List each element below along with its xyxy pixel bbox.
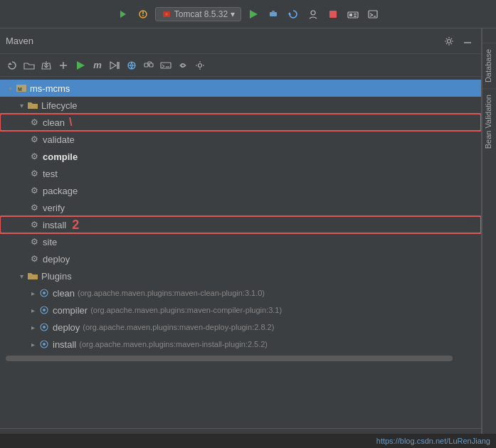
lifecycle-validate[interactable]: ⚙ validate bbox=[0, 131, 481, 148]
svg-rect-32 bbox=[144, 63, 148, 67]
lifecycle-label: Lifecycle bbox=[41, 100, 78, 111]
settings-icon[interactable] bbox=[441, 33, 457, 49]
tomcat-label: Tomcat 8.5.32 bbox=[174, 9, 228, 19]
svg-rect-14 bbox=[354, 14, 357, 15]
svg-line-18 bbox=[370, 15, 373, 16]
test-gear-icon: ⚙ bbox=[28, 168, 40, 179]
plugin-deploy[interactable]: deploy (org.apache.maven.plugins:maven-d… bbox=[0, 319, 481, 336]
compiler-plugin-icon bbox=[38, 304, 50, 316]
execute-btn[interactable] bbox=[158, 58, 174, 73]
install-annotation: 2 bbox=[72, 218, 79, 233]
lifecycle-clean[interactable]: ⚙ clean \ bbox=[0, 114, 481, 131]
settings-btn[interactable] bbox=[192, 58, 208, 73]
deploy-plugin-detail: (org.apache.maven.plugins:maven-deploy-p… bbox=[83, 323, 274, 331]
install-gear-icon: ⚙ bbox=[28, 219, 40, 230]
deploy-plugin-icon bbox=[38, 321, 50, 333]
project-arrow bbox=[6, 84, 14, 92]
offline-btn[interactable] bbox=[124, 58, 139, 73]
svg-point-10 bbox=[311, 11, 315, 15]
maven-title: Maven bbox=[6, 36, 33, 46]
svg-marker-0 bbox=[120, 11, 126, 18]
svg-rect-16 bbox=[369, 11, 377, 18]
lifecycle-deploy[interactable]: ⚙ deploy bbox=[0, 250, 481, 267]
watermark-bar: https://blog.csdn.net/LuRenJiang bbox=[0, 434, 496, 448]
lifecycle-item[interactable]: Lifecycle bbox=[0, 97, 481, 114]
open-btn[interactable] bbox=[21, 58, 37, 73]
verify-label: verify bbox=[43, 203, 65, 213]
svg-marker-6 bbox=[250, 10, 258, 18]
lifecycle-compile[interactable]: ⚙ compile bbox=[0, 148, 481, 165]
lifecycle-arrow bbox=[17, 101, 26, 110]
bug-icon[interactable] bbox=[135, 6, 151, 22]
svg-rect-8 bbox=[272, 11, 275, 13]
clean-gear-icon: ⚙ bbox=[28, 117, 40, 128]
test-label: test bbox=[43, 169, 58, 179]
tab-bean-validation[interactable]: Bean Validation bbox=[482, 88, 496, 154]
compiler-plugin-label: compiler bbox=[53, 305, 88, 316]
lifecycle-package[interactable]: ⚙ package bbox=[0, 182, 481, 199]
plugins-arrow bbox=[17, 272, 26, 280]
lifecycle-install[interactable]: ⚙ install 2 bbox=[0, 216, 481, 233]
compiler-plugin-detail: (org.apache.maven.plugins:maven-compiler… bbox=[90, 306, 282, 314]
watermark-link: https://blog.csdn.net/LuRenJiang bbox=[376, 437, 490, 445]
tomcat-dropdown[interactable]: Tomcat 8.5.32 ▾ bbox=[155, 7, 241, 21]
lifecycle-site[interactable]: ⚙ site bbox=[0, 233, 481, 250]
top-bar-center: Tomcat 8.5.32 ▾ bbox=[115, 6, 381, 22]
arrow-icon[interactable] bbox=[115, 6, 131, 22]
svg-marker-22 bbox=[8, 63, 12, 65]
update-deps-btn[interactable] bbox=[141, 58, 157, 73]
download-btn[interactable] bbox=[38, 58, 54, 73]
generate-btn[interactable] bbox=[175, 58, 191, 73]
install-plugin-arrow bbox=[28, 340, 37, 348]
update-icon[interactable] bbox=[285, 6, 301, 22]
plugin-install[interactable]: install (org.apache.maven.plugins:maven-… bbox=[0, 336, 481, 353]
compile-label: compile bbox=[43, 151, 78, 162]
install-label: install bbox=[43, 220, 66, 230]
install-plugin-detail: (org.apache.maven.plugins:maven-install-… bbox=[79, 340, 268, 348]
plugin-clean[interactable]: clean (org.apache.maven.plugins:maven-cl… bbox=[0, 284, 481, 302]
profile-icon[interactable] bbox=[305, 6, 321, 22]
project-root[interactable]: M ms-mcms bbox=[0, 80, 481, 97]
install-plugin-label: install bbox=[53, 339, 76, 350]
maven-header-icons bbox=[441, 33, 475, 49]
svg-rect-15 bbox=[354, 16, 357, 17]
plugins-label: Plugins bbox=[41, 271, 72, 282]
svg-rect-11 bbox=[329, 11, 337, 18]
deploy-lc-gear-icon: ⚙ bbox=[28, 253, 40, 265]
build-icon[interactable] bbox=[265, 6, 281, 22]
svg-marker-27 bbox=[110, 62, 116, 69]
plugin-compiler[interactable]: compiler (org.apache.maven.plugins:maven… bbox=[0, 302, 481, 319]
plugins-item[interactable]: Plugins bbox=[0, 267, 481, 284]
stop-icon[interactable] bbox=[325, 6, 341, 22]
right-tabs: Database Bean Validation bbox=[482, 28, 496, 448]
add-btn[interactable] bbox=[56, 58, 71, 73]
clean-label: clean bbox=[43, 117, 65, 128]
clean-plugin-arrow bbox=[28, 289, 37, 297]
svg-point-3 bbox=[142, 15, 144, 16]
install-plugin-icon bbox=[38, 338, 50, 350]
lifecycle-test[interactable]: ⚙ test bbox=[0, 165, 481, 182]
skip-tests-btn[interactable] bbox=[107, 58, 122, 73]
dropdown-arrow[interactable]: ▾ bbox=[231, 9, 235, 19]
maven-m-btn[interactable]: m bbox=[90, 58, 105, 73]
deploy-icon[interactable] bbox=[345, 6, 361, 22]
run-icon[interactable] bbox=[246, 6, 261, 22]
lifecycle-verify[interactable]: ⚙ verify bbox=[0, 199, 481, 216]
horizontal-scrollbar[interactable] bbox=[6, 356, 453, 361]
svg-point-43 bbox=[199, 63, 202, 67]
deploy-label: deploy bbox=[43, 254, 70, 265]
refresh-btn[interactable] bbox=[4, 58, 20, 73]
compiler-plugin-arrow bbox=[28, 306, 37, 314]
minimize-icon[interactable] bbox=[460, 33, 475, 49]
clean-plugin-detail: (org.apache.maven.plugins:maven-clean-pl… bbox=[78, 289, 265, 297]
terminal-icon[interactable] bbox=[365, 6, 381, 22]
plugins-icon bbox=[27, 270, 38, 282]
deploy-plugin-arrow bbox=[28, 323, 37, 331]
tab-database[interactable]: Database bbox=[482, 43, 496, 88]
top-toolbar: Tomcat 8.5.32 ▾ bbox=[0, 0, 496, 28]
package-label: package bbox=[43, 186, 78, 196]
svg-rect-13 bbox=[349, 14, 352, 16]
svg-text:M: M bbox=[18, 87, 22, 92]
run-btn[interactable] bbox=[73, 58, 88, 73]
compile-gear-icon: ⚙ bbox=[28, 151, 40, 162]
